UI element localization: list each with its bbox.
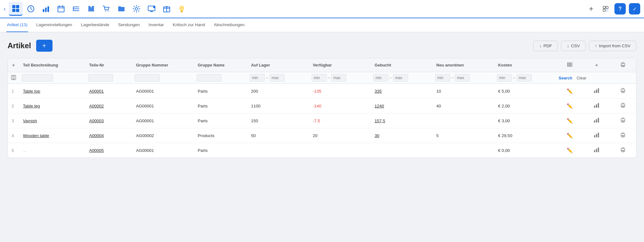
filter-groupnum-cell[interactable] xyxy=(132,72,194,84)
profile-topbar-button[interactable] xyxy=(600,3,611,14)
subnav-abschreibungen[interactable]: Abschreibungen xyxy=(213,18,245,32)
edit-icon[interactable]: ✏️ xyxy=(565,132,575,139)
filter-partid-input[interactable] xyxy=(88,74,113,82)
filter-stock-max[interactable] xyxy=(269,74,285,82)
row-4-booked[interactable]: 30 xyxy=(371,128,432,143)
filter-search-button[interactable]: Search xyxy=(559,76,572,80)
row-2-edit[interactable]: ✏️ xyxy=(556,99,584,113)
row-1-print[interactable] xyxy=(610,84,636,99)
nav-icon-screen[interactable] xyxy=(145,2,158,16)
filter-booked-max[interactable] xyxy=(393,74,408,82)
row-1-booked[interactable]: 335 xyxy=(371,84,432,99)
filter-description-cell[interactable] xyxy=(19,72,86,84)
nav-icon-cart[interactable] xyxy=(99,2,113,16)
row-3-num: 3 xyxy=(8,113,19,128)
row-2-description[interactable]: Table leg xyxy=(19,99,86,113)
filter-reorder-min[interactable] xyxy=(435,74,450,82)
filter-description-input[interactable] xyxy=(22,74,53,82)
edit-icon[interactable]: ✏️ xyxy=(565,118,575,124)
plus-topbar-button[interactable]: + xyxy=(586,3,597,14)
filter-stock-cell[interactable]: – xyxy=(247,72,309,84)
row-2-groupnum: AG00001 xyxy=(132,99,194,113)
filter-booked-cell[interactable]: – xyxy=(371,72,432,84)
subnav-sendungen[interactable]: Sendungen xyxy=(117,18,140,32)
row-1-edit[interactable]: ✏️ xyxy=(556,84,584,99)
row-4-description[interactable]: Wooden table xyxy=(19,128,86,143)
row-1-description[interactable]: Table top xyxy=(19,84,86,99)
subnav-inventar[interactable]: Inventar xyxy=(148,18,165,32)
nav-icon-gift[interactable] xyxy=(160,2,174,16)
row-2-chart[interactable] xyxy=(583,99,610,113)
row-3-print[interactable] xyxy=(610,113,636,128)
nav-icon-squares[interactable] xyxy=(9,2,23,16)
import-csv-button[interactable]: ↑ Import from CSV xyxy=(589,41,636,51)
filter-stock-min[interactable] xyxy=(250,74,265,82)
filter-reorder-cell[interactable]: – xyxy=(433,72,494,84)
th-add[interactable]: + xyxy=(8,58,19,72)
nav-icon-list[interactable] xyxy=(69,2,83,16)
filter-save-cell[interactable] xyxy=(8,72,19,84)
row-1-partid[interactable]: A00001 xyxy=(86,84,132,99)
print-icon[interactable] xyxy=(618,88,628,95)
th-print xyxy=(610,58,636,72)
subnav-kritisch[interactable]: Kritisch zur Hand xyxy=(172,18,206,32)
row-4-edit[interactable]: ✏️ xyxy=(556,128,584,143)
nav-icon-calendar[interactable] xyxy=(54,2,68,16)
nav-icon-bulb[interactable] xyxy=(175,2,189,16)
nav-icon-clock[interactable] xyxy=(24,2,38,16)
row-5-description[interactable]: ... xyxy=(19,143,86,158)
svg-point-17 xyxy=(108,11,109,12)
row-5-chart[interactable] xyxy=(583,143,610,158)
row-4-partid[interactable]: A00004 xyxy=(86,128,132,143)
subnav-lagereinstellungen[interactable]: Lagereinstellungen xyxy=(36,18,73,32)
csv-button[interactable]: ↓ CSV xyxy=(561,41,586,51)
row-4-print[interactable] xyxy=(610,128,636,143)
nav-icon-chart[interactable] xyxy=(39,2,53,16)
filter-groupname-input[interactable] xyxy=(197,74,222,82)
row-2-partid[interactable]: A00002 xyxy=(86,99,132,113)
pdf-button[interactable]: ↓ PDF xyxy=(533,41,558,51)
row-3-available: -7,5 xyxy=(309,113,371,128)
filter-groupname-cell[interactable] xyxy=(194,72,247,84)
row-5-edit[interactable]: ✏️ xyxy=(556,143,584,158)
row-3-description[interactable]: Varnish xyxy=(19,113,86,128)
nav-icon-gear[interactable] xyxy=(130,2,143,16)
edit-icon[interactable]: ✏️ xyxy=(565,88,575,95)
filter-cost-cell[interactable]: – xyxy=(494,72,556,84)
row-5-print[interactable] xyxy=(610,143,636,158)
edit-icon[interactable]: ✏️ xyxy=(565,103,575,109)
row-4-chart[interactable] xyxy=(583,128,610,143)
filter-clear-button[interactable]: Clear xyxy=(577,76,586,80)
chart-icon[interactable] xyxy=(592,88,601,95)
row-2-print[interactable] xyxy=(610,99,636,113)
filter-partid-cell[interactable] xyxy=(86,72,132,84)
filter-avail-min[interactable] xyxy=(312,74,327,82)
row-1-chart[interactable] xyxy=(583,84,610,99)
filter-reorder-max[interactable] xyxy=(455,74,470,82)
nav-icon-book[interactable] xyxy=(84,2,98,16)
subnav-artikel[interactable]: Artikel (13) xyxy=(6,18,28,32)
filter-groupnum-input[interactable] xyxy=(135,74,160,82)
filter-search-cell[interactable]: Search Clear xyxy=(556,72,610,84)
row-4-stock: 50 xyxy=(247,128,309,143)
filter-avail-max[interactable] xyxy=(331,74,346,82)
subnav-lagerbestaende[interactable]: Lagerbestände xyxy=(80,18,110,32)
filter-avail-cell[interactable]: – xyxy=(309,72,371,84)
row-3-booked[interactable]: 157,5 xyxy=(371,113,432,128)
row-3-edit[interactable]: ✏️ xyxy=(556,113,584,128)
nav-icon-folder[interactable] xyxy=(114,2,128,16)
svg-rect-67 xyxy=(622,132,624,134)
checkbox-topbar-button[interactable]: ✓ xyxy=(629,3,640,14)
row-3-partid[interactable]: A00003 xyxy=(86,113,132,128)
help-topbar-button[interactable]: ? xyxy=(614,3,626,14)
back-button[interactable]: ‹ xyxy=(4,6,6,12)
row-3-chart[interactable] xyxy=(583,113,610,128)
th-add-col[interactable]: + xyxy=(583,58,610,72)
filter-cost-max[interactable] xyxy=(517,74,532,82)
filter-cost-min[interactable] xyxy=(497,74,512,82)
row-1-num: 1 xyxy=(8,84,19,99)
row-2-booked[interactable]: 1240 xyxy=(371,99,432,113)
add-artikel-button[interactable]: + xyxy=(36,40,53,52)
row-5-partid[interactable]: A00005 xyxy=(86,143,132,158)
filter-booked-min[interactable] xyxy=(373,74,388,82)
